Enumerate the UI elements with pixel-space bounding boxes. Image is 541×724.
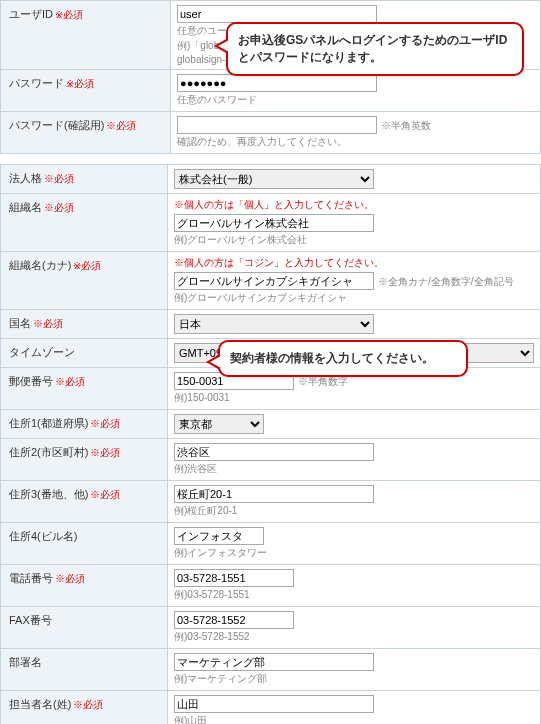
- org-name-kana-input[interactable]: [174, 272, 374, 290]
- callout-contractor-info: 契約者様の情報を入力してください。: [218, 340, 468, 377]
- addr1-label: 住所1(都道府県): [9, 417, 88, 429]
- org-name-kana-note: ※個人の方は「コジン」と入力してください。: [174, 256, 534, 270]
- password-confirm-input[interactable]: [177, 116, 377, 134]
- dept-label: 部署名: [9, 656, 42, 668]
- user-id-label: ユーザID: [9, 8, 53, 20]
- fax-input[interactable]: [174, 611, 294, 629]
- callout-login-info: お申込後GSパネルへログインするためのユーザIDとパスワードになります。: [226, 22, 524, 76]
- user-id-input[interactable]: [177, 5, 377, 23]
- required-marker: ※必須: [66, 78, 94, 89]
- postal-label: 郵便番号: [9, 375, 53, 387]
- timezone-label: タイムゾーン: [9, 346, 75, 358]
- surname-label: 担当者名(姓): [9, 698, 71, 710]
- tel-input[interactable]: [174, 569, 294, 587]
- password-confirm-label: パスワード(確認用): [9, 119, 104, 131]
- fax-label: FAX番号: [9, 614, 52, 626]
- org-name-input[interactable]: [174, 214, 374, 232]
- password-input[interactable]: [177, 74, 377, 92]
- addr1-select[interactable]: 東京都: [174, 414, 264, 434]
- password-confirm-hint: 確認のため、再度入力してください。: [177, 135, 534, 149]
- required-marker: ※必須: [106, 120, 136, 131]
- password-label: パスワード: [9, 77, 64, 89]
- org-name-label: 組織名: [9, 201, 42, 213]
- surname-input[interactable]: [174, 695, 374, 713]
- password-hint: 任意のパスワード: [177, 93, 534, 107]
- required-marker: ※必須: [55, 9, 83, 20]
- org-name-hint: 例)グローバルサイン株式会社: [174, 233, 534, 247]
- section-contractor-info: 法人格※必須 株式会社(一般) 組織名※必須 ※個人の方は「個人」と入力してくだ…: [0, 164, 541, 724]
- legal-type-select[interactable]: 株式会社(一般): [174, 169, 374, 189]
- country-select[interactable]: 日本: [174, 314, 374, 334]
- org-name-note: ※個人の方は「個人」と入力してください。: [174, 198, 534, 212]
- addr2-input[interactable]: [174, 443, 374, 461]
- password-confirm-suffix: ※半角英数: [381, 120, 431, 131]
- org-name-kana-hint: 例)グローバルサインカブシキガイシャ: [174, 291, 534, 305]
- addr4-input[interactable]: [174, 527, 264, 545]
- addr2-label: 住所2(市区町村): [9, 446, 88, 458]
- dept-input[interactable]: [174, 653, 374, 671]
- legal-type-label: 法人格: [9, 172, 42, 184]
- addr4-label: 住所4(ビル名): [9, 530, 77, 542]
- addr3-input[interactable]: [174, 485, 374, 503]
- country-label: 国名: [9, 317, 31, 329]
- org-name-kana-label: 組織名(カナ): [9, 259, 71, 271]
- tel-label: 電話番号: [9, 572, 53, 584]
- addr3-label: 住所3(番地、他): [9, 488, 88, 500]
